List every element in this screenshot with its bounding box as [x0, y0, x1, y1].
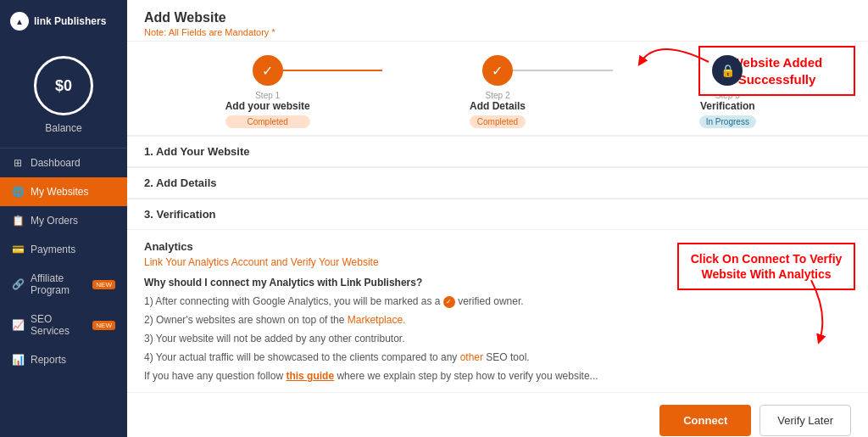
orders-icon: 📋: [12, 215, 24, 227]
payments-icon: 💳: [12, 244, 24, 255]
section-1-title: 1. Add Your Website: [144, 145, 249, 158]
this-guide-link[interactable]: this guide: [286, 370, 334, 382]
sidebar-item-my-orders-label: My Orders: [31, 215, 78, 227]
step-2-number: Step 2: [470, 91, 526, 100]
websites-icon: 🌐: [12, 186, 24, 198]
step-1-badge: Completed: [225, 115, 310, 128]
why-item-4: 4) Your actual traffic will be showcased…: [144, 350, 851, 365]
step-2: ✓ Step 2 Add Details Completed: [382, 55, 612, 128]
step-1-label: Add your website: [225, 100, 310, 112]
arrow-down-svg: [786, 280, 837, 348]
sidebar-item-seo-label: SEO Services: [31, 313, 84, 337]
balance-label: Balance: [10, 122, 117, 134]
sidebar-item-my-websites-label: My Websites: [31, 186, 88, 198]
dashboard-icon: ⊞: [12, 157, 24, 169]
balance-section: $0 Balance: [0, 42, 127, 148]
step-3-circle: 🔒: [712, 55, 743, 86]
step-1: ✓ Step 1 Add your website Completed: [153, 55, 382, 128]
verification-content: Analytics Link Your Analytics Account an…: [127, 230, 868, 393]
logo-text: link Publishers: [34, 15, 106, 27]
section-add-website[interactable]: 1. Add Your Website: [127, 136, 868, 167]
sidebar-item-affiliate[interactable]: 🔗 Affiliate Program NEW: [0, 264, 127, 305]
seo-icon: 📈: [12, 319, 24, 331]
sidebar-item-dashboard[interactable]: ⊞ Dashboard: [0, 148, 127, 177]
step-1-number: Step 1: [225, 91, 310, 100]
step-2-badge: Completed: [470, 115, 526, 128]
why-item-1: 1) After connecting with Google Analytic…: [144, 294, 851, 309]
annotation-connect-text: Click On Connect To Verfiy Website With …: [691, 252, 843, 281]
step-2-circle: ✓: [482, 55, 513, 86]
sidebar-item-reports[interactable]: 📊 Reports: [0, 345, 127, 374]
step-2-label: Add Details: [470, 100, 526, 112]
section-verification[interactable]: 3. Verification: [127, 199, 868, 230]
step-2-check-icon: ✓: [492, 63, 503, 79]
section-2-title: 2. Add Details: [144, 176, 216, 189]
section-add-details[interactable]: 2. Add Details: [127, 167, 868, 199]
sidebar-item-seo[interactable]: 📈 SEO Services NEW: [0, 305, 127, 345]
connect-button[interactable]: Connect: [659, 405, 751, 436]
arrow-svg: [632, 32, 717, 66]
verified-check-icon: ✓: [443, 296, 455, 308]
balance-amount: $0: [34, 56, 93, 115]
sidebar-logo: ▲ link Publishers: [0, 0, 127, 42]
annotation-text: Website Added Successfully: [732, 55, 823, 87]
page-title: Add Website: [144, 10, 851, 25]
sidebar-item-affiliate-label: Affiliate Program: [31, 272, 84, 296]
sidebar-item-payments[interactable]: 💳 Payments: [0, 235, 127, 264]
step-3-badge: In Progress: [699, 115, 756, 128]
sidebar-item-my-orders[interactable]: 📋 My Orders: [0, 206, 127, 235]
follow-text: If you have any question follow this gui…: [144, 370, 851, 382]
button-row: Connect Verify Later: [127, 393, 868, 437]
step-1-check-icon: ✓: [262, 63, 273, 79]
step-3-label: Verification: [699, 100, 756, 112]
sidebar-item-reports-label: Reports: [31, 354, 66, 366]
sidebar-item-payments-label: Payments: [31, 244, 75, 255]
logo-icon: ▲: [10, 12, 29, 31]
sidebar-item-dashboard-label: Dashboard: [31, 157, 81, 169]
why-item-3: 3) Your website will not be added by any…: [144, 331, 851, 346]
main-content: Add Website Note: All Fields are Mandato…: [127, 0, 868, 437]
analytics-link[interactable]: Link Your Analytics Account and Verify Y…: [144, 256, 379, 268]
page-note: Note: All Fields are Mandatory *: [144, 27, 851, 37]
annotation-connect: Click On Connect To Verfiy Website With …: [677, 243, 855, 290]
step-3-lock-icon: 🔒: [721, 64, 735, 77]
seo-badge: NEW: [92, 321, 115, 330]
reports-icon: 📊: [12, 354, 24, 366]
affiliate-badge: NEW: [92, 280, 115, 289]
sidebar-item-my-websites[interactable]: 🌐 My Websites: [0, 177, 127, 206]
verify-later-button[interactable]: Verify Later: [760, 405, 851, 436]
page-header: Add Website Note: All Fields are Mandato…: [127, 0, 868, 42]
sidebar: ▲ link Publishers $0 Balance ⊞ Dashboard…: [0, 0, 127, 437]
step-1-circle: ✓: [253, 55, 283, 86]
affiliate-icon: 🔗: [12, 278, 24, 290]
why-item-2: 2) Owner's websites are shown on top of …: [144, 312, 851, 328]
section-3-title: 3. Verification: [144, 208, 216, 221]
